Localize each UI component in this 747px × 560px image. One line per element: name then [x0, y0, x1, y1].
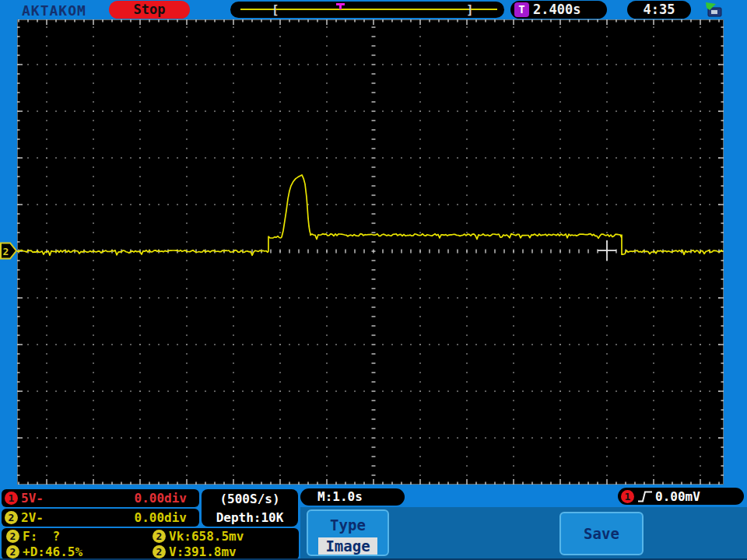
window-left-bracket-icon: [ [272, 2, 279, 17]
channel2-position-marker[interactable]: 2 [0, 242, 18, 260]
type-selected-value[interactable]: Image [318, 537, 377, 555]
run-state-badge: Stop [109, 1, 190, 19]
trigger-time-value: 2.400s [533, 1, 580, 19]
measurement-vk: 2 Vk:658.5mv [148, 529, 299, 544]
trigger-position-bar: [ ] [230, 2, 504, 18]
trigger-position-marker-icon [336, 3, 345, 9]
channel2-scale: 2V- [21, 510, 44, 525]
acquisition-info-box: (500S/s) Depth:10K [202, 489, 298, 527]
channel1-position: 0.00div [135, 491, 187, 506]
channel1-scale: 5V- [21, 491, 44, 506]
rising-edge-icon [637, 489, 654, 504]
trigger-time-readout: T 2.400s [510, 1, 607, 19]
measurement-v: 2 V:391.8mv [148, 544, 299, 559]
trigger-level-value: 0.00mV [655, 489, 700, 504]
channel2-status-row: 2 2V- 0.00div [2, 509, 199, 527]
type-label: Type [308, 516, 388, 534]
usb-disk-icon [703, 2, 725, 18]
channel1-status-row: 1 5V- 0.00div [2, 489, 199, 507]
type-menu-button[interactable]: Type Image [307, 509, 389, 556]
timebase-readout: M:1.0s [300, 488, 405, 506]
channel2-badge: 2 [5, 511, 18, 524]
brand-logo: AKTAKOM [22, 2, 86, 19]
channel2-position: 0.00div [135, 510, 187, 525]
measurement-frequency: 2 F: ? [2, 529, 148, 544]
save-button[interactable]: Save [559, 512, 644, 555]
sample-rate: (500S/s) [219, 492, 279, 506]
memory-depth: Depth:10K [216, 510, 284, 525]
window-right-bracket-icon: ] [466, 2, 474, 17]
oscilloscope-display: AKTAKOM Stop [ ] T 2.400s 4:35 2 1 5V- 0… [0, 0, 747, 560]
channel1-badge: 1 [5, 492, 18, 505]
waveform-screen [17, 19, 724, 485]
measurements-box: 2 F: ? 2 Vk:658.5mv 2 +D:46.5% 2 V:391.8… [2, 528, 299, 560]
measurement-duty: 2 +D:46.5% [2, 544, 148, 559]
trigger-level-readout: 1 0.00mV [618, 488, 744, 505]
waveform-plot [17, 19, 724, 485]
clock-readout: 4:35 [627, 1, 691, 19]
trigger-source-badge: 1 [621, 490, 634, 503]
trigger-t-icon: T [514, 2, 529, 17]
svg-text:2: 2 [3, 246, 9, 257]
